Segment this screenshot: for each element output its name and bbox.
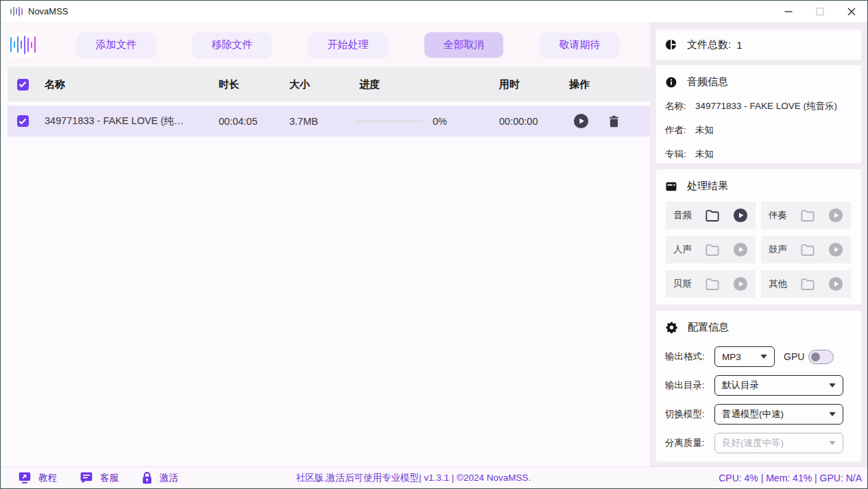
support-label: 客服 [100,472,119,484]
row-operations [562,113,650,129]
output-format-row: 输出格式: MP3 GPU [656,346,861,367]
footer: 教程 客服 激活 社区版,激活后可使用专业模型| v1.3.1 | ©2024 … [1,466,867,488]
audio-info-row: 专辑: 未知 [656,148,861,160]
play-circle-icon [828,242,843,257]
row-play-button[interactable] [573,113,589,129]
play-circle-icon [828,276,843,291]
row-checkbox[interactable] [17,115,29,127]
start-processing-button[interactable]: 开始处理 [309,32,387,58]
toolbar-buttons: 添加文件 移除文件 开始处理 全部取消 敬请期待 [77,32,619,58]
results-card: 处理结果 音频 伴奏 人声 鼓声 [656,169,861,305]
sidebar: 文件总数: 1 音频信息 名称: 349771833 - FAKE LOVE (… [650,22,868,466]
column-header-operations: 操作 [562,78,650,91]
output-dir-select[interactable]: 默认目录 [714,375,843,396]
audio-info-row: 作者: 未知 [656,124,861,136]
quality-value: 良好(速度中等) [722,437,784,449]
total-files-count: 1 [736,39,742,51]
maximize-icon [816,8,824,16]
audio-info-card: 音频信息 名称: 349771833 - FAKE LOVE (纯音乐) 作者:… [656,65,861,163]
model-select[interactable]: 普通模型(中速) [714,404,843,425]
model-row: 切换模型: 普通模型(中速) [656,404,861,425]
close-icon [847,8,856,16]
select-all-checkbox[interactable] [17,79,29,91]
quality-row: 分离质量: 良好(速度中等) [656,433,861,453]
folder-icon [705,277,720,291]
result-label: 鼓声 [769,243,787,256]
chevron-down-icon [760,355,767,359]
app-logo-waveform-icon [10,32,36,58]
activate-link[interactable]: 激活 [141,471,178,485]
audio-album-label: 专辑: [665,148,695,160]
config-card: 配置信息 输出格式: MP3 GPU 输出目录: 默认目录 切换模型: 普通模型… [656,311,861,462]
play-circle-icon [828,208,843,223]
window-controls [773,1,867,22]
info-icon [665,76,677,88]
result-item-drums: 鼓声 [761,236,851,263]
output-format-select[interactable]: MP3 [714,346,775,367]
results-grid: 音频 伴奏 人声 鼓声 贝斯 [656,193,861,298]
column-header-progress: 进度 [352,78,492,91]
progress-cell: 0% [352,116,492,127]
table-header: 名称 时长 大小 进度 用时 操作 [8,67,650,102]
result-item-audio: 音频 [666,202,756,229]
check-icon [19,81,27,88]
result-label: 伴奏 [769,209,787,222]
file-duration: 00:04:05 [212,116,282,127]
coming-soon-button[interactable]: 敬请期待 [540,32,619,58]
footer-links: 教程 客服 激活 [18,471,178,485]
support-link[interactable]: 客服 [80,471,119,485]
maximize-button[interactable] [804,1,836,22]
toolbar: 添加文件 移除文件 开始处理 全部取消 敬请期待 [1,22,650,67]
row-delete-button[interactable] [607,115,620,128]
chevron-down-icon [829,412,836,416]
total-files-label: 文件总数: [687,38,731,51]
result-label: 人声 [673,243,692,256]
progress-bar [354,120,423,123]
gpu-label: GPU [784,351,804,362]
activate-label: 激活 [160,472,178,484]
gear-icon [665,321,678,334]
close-button[interactable] [836,1,867,22]
progress-label: 0% [433,116,447,127]
footer-status-text: 社区版,激活后可使用专业模型| v1.3.1 | ©2024 NovaMSS. [296,472,531,484]
results-title: 处理结果 [687,180,728,193]
file-table: 名称 时长 大小 进度 用时 操作 349771833 - FAKE LOVE … [8,67,650,136]
titlebar: NovaMSS [1,1,867,22]
output-dir-row: 输出目录: 默认目录 [656,375,861,396]
chat-icon [80,471,93,485]
select-all-cell [8,79,38,91]
table-row[interactable]: 349771833 - FAKE LOVE (纯… 00:04:05 3.7MB… [8,106,650,136]
system-stats: CPU: 4% | Mem: 41% | GPU: N/A [719,473,862,484]
minimize-button[interactable] [773,1,804,22]
tutorial-icon [18,471,32,484]
file-name: 349771833 - FAKE LOVE (纯… [38,115,212,128]
folder-icon[interactable] [705,208,720,222]
play-circle-icon[interactable] [733,208,748,223]
play-circle-icon [733,242,748,257]
model-label: 切换模型: [665,408,714,420]
folder-icon [800,277,815,291]
chevron-down-icon [829,441,836,445]
add-files-button[interactable]: 添加文件 [77,32,156,58]
gpu-toggle[interactable] [808,350,834,364]
check-icon [19,118,27,125]
remove-files-button[interactable]: 移除文件 [193,32,272,58]
result-item-vocals: 人声 [666,236,756,263]
file-size: 3.7MB [282,116,352,127]
card-icon [665,180,677,193]
tutorial-link[interactable]: 教程 [18,471,57,484]
cancel-all-button[interactable]: 全部取消 [424,32,503,58]
column-header-elapsed: 用时 [492,78,562,91]
column-header-name: 名称 [38,78,212,91]
pie-chart-icon [665,38,677,51]
tutorial-label: 教程 [38,472,57,484]
row-checkbox-cell [8,115,38,127]
output-format-label: 输出格式: [665,350,714,363]
config-title: 配置信息 [688,321,729,334]
audio-name-value: 349771833 - FAKE LOVE (纯音乐) [695,100,837,112]
result-item-accompaniment: 伴奏 [761,202,851,229]
play-icon [573,113,589,129]
audio-info-row: 名称: 349771833 - FAKE LOVE (纯音乐) [656,100,861,112]
minimize-icon [784,8,793,16]
folder-icon [800,208,815,222]
